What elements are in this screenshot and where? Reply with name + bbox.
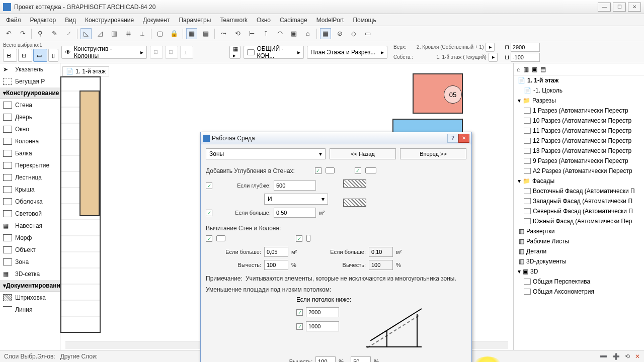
col-sub-input[interactable] bbox=[369, 260, 393, 270]
grid-icon[interactable]: ⋕ bbox=[123, 28, 134, 39]
close-button[interactable]: ✕ bbox=[628, 3, 641, 12]
tool-marquee[interactable]: Бегущая Р bbox=[15, 78, 45, 85]
home-icon[interactable]: ⌂ bbox=[302, 28, 313, 39]
tree-fac[interactable]: Западный Фасад (Автоматически П bbox=[533, 198, 632, 205]
pick-icon[interactable]: ⚲ bbox=[35, 28, 46, 39]
tool-mesh[interactable]: 3D-сетка bbox=[15, 270, 40, 278]
tree-sec[interactable]: 12 Разрез (Автоматически Перестр bbox=[533, 137, 631, 144]
cloud-icon[interactable]: ◇ bbox=[348, 28, 359, 39]
zoom-in-icon[interactable]: ➕ bbox=[612, 353, 620, 360]
story-btn[interactable]: ▦ ▸ bbox=[229, 46, 240, 59]
chk-more[interactable]: ✓ bbox=[206, 210, 212, 216]
menu-document[interactable]: Документ bbox=[139, 15, 174, 25]
tree-sec[interactable]: 11 Разрез (Автоматически Перестр bbox=[533, 127, 631, 134]
menu-design[interactable]: Конструирование bbox=[81, 15, 138, 25]
mesh-icon[interactable]: ▦ bbox=[186, 28, 197, 39]
menu-modelport[interactable]: ModelPort bbox=[312, 15, 348, 25]
tool-fill[interactable]: Штриховка bbox=[15, 294, 46, 301]
exit-icon[interactable]: ✕ bbox=[635, 353, 640, 360]
level-icon[interactable]: ⊺ bbox=[260, 28, 271, 39]
tree-fac[interactable]: Южный Фасад (Автоматически Пер bbox=[533, 218, 632, 225]
arc-icon[interactable]: ◠ bbox=[274, 28, 285, 39]
tree-3ddoc[interactable]: 3D-документы bbox=[526, 258, 567, 265]
snap1-icon[interactable]: ◺ bbox=[80, 28, 92, 39]
cat-document[interactable]: Документирование bbox=[6, 282, 60, 289]
minimize-button[interactable]: — bbox=[598, 3, 611, 12]
lock-icon[interactable]: 🔒 bbox=[169, 28, 180, 39]
tree-sec[interactable]: 13 Разрез (Автоматически Перестр bbox=[533, 147, 631, 154]
wall-area-input[interactable] bbox=[264, 247, 288, 257]
chk-c1[interactable]: ✓ bbox=[296, 309, 303, 316]
ruler-icon[interactable]: ⟂ bbox=[137, 28, 148, 39]
tree-sec[interactable]: 1 Разрез (Автоматически Перестр bbox=[533, 107, 628, 114]
tree-3d[interactable]: 3D bbox=[530, 268, 538, 275]
back-button[interactable]: << Назад bbox=[330, 148, 396, 159]
box-icon[interactable]: ▭ bbox=[362, 28, 373, 39]
refresh-icon[interactable]: ⟲ bbox=[625, 353, 630, 360]
trace-icon[interactable]: ▤ bbox=[200, 28, 211, 39]
tool-line[interactable]: Линия bbox=[15, 306, 32, 313]
tree-fac[interactable]: Восточный Фасад (Автоматически П bbox=[533, 188, 635, 195]
geo-mode-col[interactable]: ▯ bbox=[48, 49, 58, 62]
ceil-sub1[interactable] bbox=[315, 356, 336, 362]
category-dropdown[interactable]: Зоны▾ bbox=[206, 148, 326, 159]
menu-edit[interactable]: Редактор bbox=[26, 15, 60, 25]
tree-root[interactable]: 1. 1-й этаж bbox=[527, 77, 558, 84]
tool-roof[interactable]: Крыша bbox=[15, 186, 35, 193]
chk-sub-col[interactable]: ✓ bbox=[296, 235, 302, 242]
menu-cadimage[interactable]: Cadimage bbox=[276, 15, 311, 25]
ceil-sub2[interactable] bbox=[351, 356, 371, 362]
geo-mode-1[interactable]: ⊟ bbox=[3, 49, 17, 62]
top-arrow[interactable]: ▸ bbox=[486, 43, 495, 52]
col-area-input[interactable] bbox=[369, 247, 393, 257]
view-tab[interactable]: 📄1. 1-й этаж bbox=[62, 66, 109, 76]
menu-options[interactable]: Параметры bbox=[175, 15, 215, 25]
frame-icon[interactable]: ▣ bbox=[288, 28, 299, 39]
tree-fac[interactable]: Северный Фасад (Автоматически П bbox=[533, 208, 633, 215]
tree-facades[interactable]: Фасады bbox=[532, 177, 554, 185]
struct-combo[interactable]: ОБЩИЙ - КОН...▸ bbox=[244, 46, 304, 59]
curve-icon[interactable]: ⤳ bbox=[218, 28, 229, 39]
redo-icon[interactable]: ↷ bbox=[17, 28, 28, 39]
loop-icon[interactable]: ⟲ bbox=[232, 28, 243, 39]
tool-curtain[interactable]: Навесная bbox=[15, 222, 42, 229]
btn-c[interactable]: ⟂ bbox=[180, 46, 193, 59]
tree-basement[interactable]: -1. Цоколь bbox=[533, 87, 562, 94]
tree-sections[interactable]: Разрезы bbox=[532, 97, 556, 104]
chk-sub-wall[interactable]: ✓ bbox=[206, 235, 212, 242]
height-top[interactable] bbox=[511, 43, 540, 52]
maximize-button[interactable]: ☐ bbox=[613, 3, 626, 12]
menu-help[interactable]: Помощь bbox=[349, 15, 380, 25]
btn-b[interactable]: ⊡ bbox=[165, 46, 178, 59]
layer-combo[interactable]: 👁 Конструктив - Колонны ▸ bbox=[61, 46, 147, 59]
menu-file[interactable]: Файл bbox=[2, 15, 25, 25]
tool-window[interactable]: Окно bbox=[15, 126, 29, 133]
chk-deeper[interactable]: ✓ bbox=[206, 183, 212, 189]
more-input[interactable] bbox=[274, 208, 316, 218]
dialog-close-button[interactable]: ✕ bbox=[458, 134, 469, 143]
seg-icon[interactable]: ▦ bbox=[320, 28, 331, 39]
geo-mode-2[interactable]: ⊡ bbox=[18, 49, 32, 62]
tool-door[interactable]: Дверь bbox=[15, 114, 32, 121]
tree-sec[interactable]: 9 Разрез (Автоматически Перестр bbox=[533, 157, 628, 164]
tool-shell[interactable]: Оболочка bbox=[15, 198, 43, 205]
tool-object[interactable]: Объект bbox=[15, 246, 36, 253]
ceiling1-input[interactable] bbox=[306, 307, 339, 317]
btn-a[interactable]: ⊡ bbox=[150, 46, 163, 59]
tool-stair[interactable]: Лестница bbox=[15, 174, 42, 181]
link-icon[interactable]: ⊘ bbox=[334, 28, 345, 39]
cat-construct[interactable]: Конструирование bbox=[6, 89, 59, 97]
dim-icon[interactable]: ⊢ bbox=[246, 28, 257, 39]
tree-sheets[interactable]: Рабочие Листы bbox=[526, 238, 569, 245]
tool-wall[interactable]: Стена bbox=[15, 102, 32, 109]
nav-layout-icon[interactable]: ▤ bbox=[540, 66, 546, 73]
tree-sec[interactable]: 10 Разрез (Автоматически Перестр bbox=[533, 117, 631, 124]
chk-wall-recess[interactable]: ✓ bbox=[315, 167, 321, 174]
and-dropdown[interactable]: И▾ bbox=[264, 194, 328, 205]
cube-icon[interactable]: ▢ bbox=[154, 28, 166, 39]
tree-sec[interactable]: А2 Разрез (Автоматически Перестр bbox=[533, 167, 632, 174]
tree-details[interactable]: Детали bbox=[526, 248, 546, 255]
ceiling2-input[interactable] bbox=[306, 321, 339, 331]
own-arrow[interactable]: ▸ bbox=[489, 53, 498, 62]
nav-sheet-icon[interactable]: ▥ bbox=[523, 66, 529, 73]
